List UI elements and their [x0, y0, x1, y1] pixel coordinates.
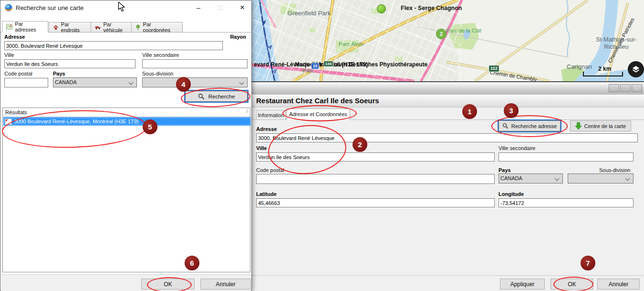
ville-secondaire-label: Ville secondaire — [142, 52, 179, 58]
annuler-button[interactable]: Annuler — [200, 279, 251, 290]
route-shield-10: 10 — [311, 63, 319, 69]
adresse-label: Adresse — [256, 126, 277, 132]
chevron-down-icon — [129, 80, 134, 85]
map-label-parc-alain: Parc Alain — [337, 41, 365, 47]
tab-par-endroits-label: Par endroits — [61, 22, 87, 33]
resultats-header-label: Résultats — [5, 109, 27, 115]
sous-division-select[interactable] — [568, 173, 634, 183]
pays-label: Pays — [53, 71, 65, 76]
street-grid-texture — [252, 0, 462, 81]
ville-input[interactable] — [4, 59, 135, 68]
map-tab-icon — [6, 24, 12, 30]
minimize-button[interactable]: – — [188, 0, 208, 15]
mouse-cursor — [118, 2, 125, 12]
map-label-carignan: Carignan — [567, 63, 592, 70]
annotation-ellipse-ok-left — [147, 277, 192, 291]
close-button[interactable]: × — [232, 0, 252, 15]
longitude-input[interactable] — [499, 198, 634, 207]
annotation-badge-2: 2 — [353, 137, 367, 152]
annotation-badge-6: 6 — [185, 256, 199, 270]
adresse-input[interactable] — [4, 41, 223, 50]
close-icon: × — [635, 86, 638, 91]
appliquer-label: Appliquer — [510, 281, 535, 288]
panel-close-button[interactable]: × — [632, 84, 642, 92]
maximize-button[interactable]: □ — [210, 0, 230, 15]
ville-secondaire-input[interactable] — [499, 152, 634, 162]
ville-label: Ville — [256, 145, 267, 151]
minimize-icon: – — [613, 86, 615, 91]
down-arrow-icon — [575, 122, 582, 129]
map-label-greenfield-park: Greenfield Park — [285, 10, 333, 17]
maximize-icon: □ — [218, 4, 222, 11]
dialog-title: Recherche sur une carte — [16, 4, 83, 11]
dialog-titlebar[interactable]: Recherche sur une carte – □ × — [0, 0, 251, 15]
map-label-flex-serge-chagnon: Flex - Serge Chagnon — [401, 5, 462, 11]
panel-title: Restaurant Chez Carl Ile des Soeurs — [256, 97, 379, 105]
latitude-input[interactable] — [256, 198, 495, 207]
minimize-icon: – — [197, 4, 200, 11]
annotation-badge-3: 3 — [504, 103, 519, 118]
annotation-badge-5: 5 — [143, 119, 157, 134]
tab-par-endroits[interactable]: Par endroits — [49, 22, 91, 32]
panel-titlebar: – □ × — [252, 82, 644, 95]
adresse-label: Adresse — [4, 34, 25, 40]
tab-information[interactable]: Information — [256, 110, 286, 119]
ville-secondaire-label: Ville secondaire — [499, 145, 535, 151]
centre-carte-label: Centre de la carte — [584, 123, 626, 129]
flex-marker-icon[interactable] — [377, 4, 386, 13]
map-marker-2[interactable]: 2 — [436, 29, 447, 39]
sous-division-label: Sous-division — [599, 167, 630, 173]
layers-icon — [631, 65, 641, 74]
map-label-parc-de-la-cite: Parc de la Cité — [445, 28, 482, 34]
map[interactable]: Greenfield Park Flex - Serge Chagnon Par… — [252, 0, 644, 81]
tab-par-vehicule[interactable]: Par véhicule — [91, 22, 132, 32]
annotation-ellipse-ok-right — [553, 277, 593, 291]
pays-value: CANADA — [55, 79, 77, 85]
panel-minimize-button[interactable]: – — [609, 84, 619, 92]
truck-icon — [95, 25, 101, 30]
sous-division-select[interactable] — [142, 77, 248, 87]
pays-select[interactable]: CANADA — [53, 77, 137, 87]
dialog-footer: OK Annuler — [1, 274, 251, 291]
latitude-label: Latitude — [256, 191, 277, 197]
centre-carte-button[interactable]: Centre de la carte — [570, 120, 631, 131]
tab-par-adresses[interactable]: Par adresses — [2, 21, 48, 32]
annotation-ellipse-recherche-adresse — [491, 115, 568, 137]
longitude-label: Longitude — [499, 191, 524, 197]
annotation-badge-7: 7 — [581, 256, 595, 270]
rayon-label: Rayon — [230, 34, 246, 40]
close-icon: × — [240, 3, 245, 12]
tab-par-adresses-label: Par adresses — [15, 21, 44, 32]
panel-annuler-label: Annuler — [609, 281, 628, 288]
pays-value: CANADA — [500, 175, 522, 181]
layers-button[interactable] — [628, 61, 644, 77]
annotation-badge-4: 4 — [176, 77, 191, 92]
panel-annuler-button[interactable]: Annuler — [597, 279, 640, 290]
code-postal-input[interactable] — [256, 174, 495, 184]
tab-par-coordonees[interactable]: Par coordonées — [131, 22, 183, 32]
panel-footer-separator — [252, 275, 644, 276]
pays-select[interactable]: CANADA — [499, 173, 563, 183]
ville-label: Ville — [4, 52, 14, 58]
code-postal-input[interactable] — [4, 78, 48, 87]
route-shield-134: 134 — [323, 61, 333, 67]
panel-restore-button[interactable]: □ — [620, 84, 631, 92]
tab-pane-border-cover — [2, 32, 48, 32]
chevron-down-icon — [555, 176, 560, 181]
tab-par-coordonees-label: Par coordonées — [143, 22, 178, 33]
scale-label: 2 km — [598, 65, 611, 72]
ville-secondaire-input[interactable] — [142, 59, 248, 68]
annotation-badge-1: 1 — [462, 104, 477, 119]
home-icon — [53, 24, 59, 31]
annuler-label: Annuler — [216, 281, 235, 288]
sous-division-label: Sous-division — [142, 71, 173, 76]
chevron-down-icon — [625, 176, 630, 181]
pays-label: Pays — [499, 167, 511, 173]
globe-icon — [4, 3, 13, 12]
chevron-down-icon — [239, 80, 244, 85]
route-shield-112: 112 — [488, 65, 499, 72]
sort-icon[interactable]: / — [246, 109, 248, 114]
pin-icon — [135, 24, 141, 31]
appliquer-button[interactable]: Appliquer — [500, 279, 545, 290]
annotation-ellipse-tab — [282, 105, 357, 121]
